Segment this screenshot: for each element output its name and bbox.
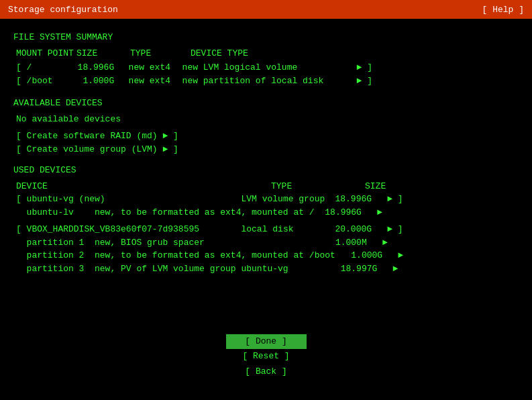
fs-col-size: SIZE (76, 47, 130, 60)
fs-row-root-bracket: [ (16, 61, 27, 74)
fs-col-mp: MOUNT POINT (16, 47, 76, 60)
fs-row-root-size: 18.996G (78, 61, 129, 74)
dev-row-vbox[interactable]: [ VBOX_HARDDISK_VB83e60f07-7d938595 loca… (16, 223, 519, 236)
dev-ubuntu-vg-bracket-open: [ ubuntu-vg (new) (16, 193, 241, 206)
used-devices-title: USED DEVICES (13, 164, 519, 177)
dev-vbox-size: 20.000G (335, 223, 382, 236)
dev-vbox-arrow[interactable]: ► ] (382, 223, 403, 236)
back-button[interactable]: [ Back ] (226, 364, 307, 380)
fs-row-boot[interactable]: [ /boot 1.000G new ext4 new partition of… (16, 74, 519, 88)
dev-part3-arrow[interactable]: ► (388, 262, 398, 276)
fs-row-root[interactable]: [ / 18.996G new ext4 new LVM logical vol… (16, 61, 519, 74)
window-title: Storage configuration (8, 5, 118, 15)
buttons-area: [ Done ] [ Reset ] [ Back ] (226, 334, 307, 380)
create-raid-link[interactable]: [ Create software RAID (md) ► ] (16, 130, 519, 143)
fs-row-boot-size: 1.000G (78, 74, 129, 88)
dev-row-part2[interactable]: partition 2 new, to be formatted as ext4… (16, 249, 519, 262)
done-button[interactable]: [ Done ] (226, 334, 307, 350)
fs-row-root-type: new ext4 (129, 61, 182, 74)
fs-row-boot-devtype: new partition of local disk (182, 74, 357, 88)
dev-part1-detail: partition 1 new, BIOS grub spacer (16, 236, 330, 250)
fs-row-boot-bracket: [ (16, 74, 27, 88)
dev-table-header: DEVICE TYPE SIZE (16, 180, 519, 193)
dev-ubuntu-lv-arrow[interactable]: ► (372, 206, 382, 219)
dev-ubuntu-lv-detail: ubuntu-lv new, to be formatted as ext4, … (16, 206, 325, 219)
available-devices-title: AVAILABLE DEVICES (13, 97, 519, 110)
create-lvm-link[interactable]: [ Create volume group (LVM) ► ] (16, 143, 519, 156)
dev-row-ubuntu-lv[interactable]: ubuntu-lv new, to be formatted as ext4, … (16, 206, 519, 219)
fs-row-root-devtype: new LVM logical volume (182, 61, 357, 74)
fs-row-boot-arrow[interactable]: ► ] (357, 74, 372, 88)
dev-vbox-open: [ VBOX_HARDDISK_VB83e60f07-7d938595 (16, 223, 241, 236)
used-devices-table: DEVICE TYPE SIZE [ ubuntu-vg (new) LVM v… (16, 180, 519, 276)
dev-part3-size: 18.997G (341, 262, 388, 276)
fs-row-root-arrow[interactable]: ► ] (357, 61, 372, 74)
fs-summary-title: FILE SYSTEM SUMMARY (13, 31, 519, 44)
dev-col-type: TYPE (271, 180, 365, 193)
dev-part2-detail: partition 2 new, to be formatted as ext4… (16, 249, 345, 262)
dev-col-size: SIZE (365, 180, 386, 193)
dev-row-part3[interactable]: partition 3 new, PV of LVM volume group … (16, 262, 519, 276)
dev-row-ubuntu-vg[interactable]: [ ubuntu-vg (new) LVM volume group 18.99… (16, 193, 519, 206)
dev-part2-arrow[interactable]: ► (392, 249, 403, 262)
dev-ubuntu-vg-size: 18.996G (335, 193, 382, 206)
fs-row-boot-mp: /boot (27, 74, 78, 88)
fs-row-boot-type: new ext4 (129, 74, 182, 88)
dev-col-device: DEVICE (16, 180, 271, 193)
no-devices-text: No available devices (16, 113, 519, 126)
dev-ubuntu-vg-type: LVM volume group (241, 193, 335, 206)
dev-part2-size: 1.000G (345, 249, 392, 262)
help-button[interactable]: [ Help ] (482, 5, 524, 15)
fs-col-type: TYPE (130, 47, 191, 60)
fs-col-devtype: DEVICE TYPE (191, 47, 365, 60)
dev-vbox-type: local disk (241, 223, 335, 236)
dev-part1-arrow[interactable]: ► (377, 236, 388, 250)
fs-row-root-mp: / (27, 61, 78, 74)
dev-part3-detail: partition 3 new, PV of LVM volume group … (16, 262, 341, 276)
dev-ubuntu-vg-arrow[interactable]: ► ] (382, 193, 403, 206)
reset-button[interactable]: [ Reset ] (226, 349, 307, 364)
dev-part1-size: 1.000M (330, 236, 377, 250)
fs-table: [ / 18.996G new ext4 new LVM logical vol… (16, 61, 519, 87)
fs-table-header: MOUNT POINT SIZE TYPE DEVICE TYPE (16, 47, 519, 60)
dev-row-part1[interactable]: partition 1 new, BIOS grub spacer 1.000M… (16, 236, 519, 250)
dev-ubuntu-lv-size: 18.996G (325, 206, 372, 219)
